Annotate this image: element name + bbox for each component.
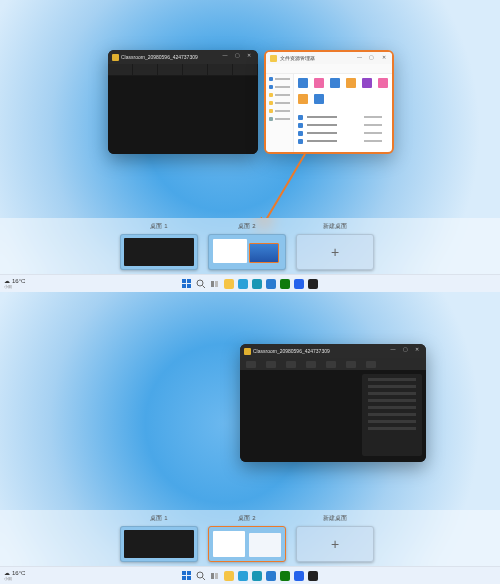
taskview-icon[interactable] — [210, 571, 220, 581]
edge-icon[interactable] — [238, 279, 248, 289]
maximize-button[interactable]: ▢ — [367, 54, 376, 63]
maximize-button[interactable]: ▢ — [232, 52, 242, 62]
file-tile[interactable] — [378, 78, 388, 88]
folder-icon — [270, 55, 277, 62]
window-titlebar[interactable]: 文件资源管理器 — ▢ ✕ — [266, 52, 392, 64]
desktop-thumbnail[interactable] — [120, 234, 198, 270]
file-tile[interactable] — [298, 78, 308, 88]
desktop-thumbnail[interactable] — [120, 526, 198, 562]
virtual-desktop-2[interactable]: 桌面 2 — [208, 514, 286, 562]
window-titlebar[interactable]: Classroom_20980596_424737309 — ▢ ✕ — [108, 50, 258, 64]
svg-rect-9 — [182, 571, 186, 575]
new-virtual-desktop[interactable]: 新建桌面 + — [296, 514, 374, 562]
file-tile[interactable] — [314, 78, 324, 88]
toolbar-button[interactable] — [326, 361, 336, 368]
xbox-icon[interactable] — [280, 571, 290, 581]
nav-item[interactable] — [275, 86, 290, 88]
explorer-file-area[interactable] — [294, 74, 392, 152]
steam-icon[interactable] — [308, 279, 318, 289]
classroom-tab[interactable] — [133, 64, 158, 76]
minimize-button[interactable]: — — [388, 346, 398, 356]
toolbar-button[interactable] — [266, 361, 276, 368]
new-desktop-thumbnail[interactable]: + — [296, 234, 374, 270]
steam-icon[interactable] — [308, 571, 318, 581]
weather-widget[interactable]: ☁16°C 小雨 — [4, 569, 25, 581]
search-icon[interactable] — [196, 279, 206, 289]
virtual-desktop-1[interactable]: 桌面 1 — [120, 222, 198, 270]
classroom-tab[interactable] — [183, 64, 208, 76]
explorer-icon[interactable] — [224, 279, 234, 289]
panel-item[interactable] — [368, 378, 416, 381]
close-button[interactable]: ✕ — [379, 54, 388, 63]
file-tile[interactable] — [346, 78, 356, 88]
minimize-button[interactable]: — — [220, 52, 230, 62]
classroom-toolbar[interactable] — [240, 358, 426, 370]
taskbar[interactable]: ☁16°C 小雨 — [0, 566, 500, 584]
file-tile[interactable] — [314, 94, 324, 104]
nav-item[interactable] — [275, 110, 290, 112]
start-icon[interactable] — [182, 279, 192, 289]
nav-item[interactable] — [275, 102, 290, 104]
file-tile[interactable] — [362, 78, 372, 88]
new-virtual-desktop[interactable]: 新建桌面 + — [296, 222, 374, 270]
toolbar-button[interactable] — [286, 361, 296, 368]
explorer-toolbar[interactable] — [266, 64, 392, 74]
vscode-icon[interactable] — [294, 571, 304, 581]
vscode-icon[interactable] — [294, 279, 304, 289]
panel-item[interactable] — [368, 399, 416, 402]
taskview-icon[interactable] — [210, 279, 220, 289]
classroom-tab[interactable] — [208, 64, 233, 76]
weather-widget[interactable]: ☁16°C 小雨 — [4, 277, 25, 289]
minimize-button[interactable]: — — [355, 54, 364, 63]
explorer-icon[interactable] — [224, 571, 234, 581]
classroom-tabstrip[interactable] — [108, 64, 258, 76]
classroom-tab[interactable] — [158, 64, 183, 76]
explorer-nav-pane[interactable] — [266, 74, 294, 152]
weather-temp: 16°C — [12, 570, 25, 576]
file-name[interactable] — [307, 116, 337, 118]
file-tile[interactable] — [298, 94, 308, 104]
desktop-thumbnail-selected[interactable] — [208, 526, 286, 562]
classroom-tab[interactable] — [108, 64, 133, 76]
store-icon[interactable] — [252, 571, 262, 581]
edge-icon[interactable] — [238, 571, 248, 581]
file-tile[interactable] — [330, 78, 340, 88]
mail-icon[interactable] — [266, 279, 276, 289]
toolbar-button[interactable] — [346, 361, 356, 368]
toolbar-button[interactable] — [366, 361, 376, 368]
desktop-thumbnail[interactable] — [208, 234, 286, 270]
nav-item[interactable] — [275, 78, 290, 80]
start-icon[interactable] — [182, 571, 192, 581]
mail-icon[interactable] — [266, 571, 276, 581]
file-name[interactable] — [307, 132, 337, 134]
new-desktop-thumbnail[interactable]: + — [296, 526, 374, 562]
panel-item[interactable] — [368, 406, 416, 409]
panel-item[interactable] — [368, 392, 416, 395]
nav-item[interactable] — [275, 118, 290, 120]
file-explorer-window[interactable]: 文件资源管理器 — ▢ ✕ — [264, 50, 394, 154]
search-icon[interactable] — [196, 571, 206, 581]
store-icon[interactable] — [252, 279, 262, 289]
panel-item[interactable] — [368, 413, 416, 416]
toolbar-button[interactable] — [246, 361, 256, 368]
close-button[interactable]: ✕ — [244, 52, 254, 62]
file-name[interactable] — [307, 124, 337, 126]
xbox-icon[interactable] — [280, 279, 290, 289]
virtual-desktop-1[interactable]: 桌面 1 — [120, 514, 198, 562]
classroom-window[interactable]: Classroom_20980596_424737309 — ▢ ✕ — [240, 344, 426, 462]
panel-item[interactable] — [368, 420, 416, 423]
panel-item[interactable] — [368, 385, 416, 388]
virtual-desktop-2[interactable]: 桌面 2 — [208, 222, 286, 270]
window-titlebar[interactable]: Classroom_20980596_424737309 — ▢ ✕ — [240, 344, 426, 358]
nav-item[interactable] — [275, 94, 290, 96]
file-name[interactable] — [307, 140, 337, 142]
classroom-window[interactable]: Classroom_20980596_424737309 — ▢ ✕ — [108, 50, 258, 154]
panel-item[interactable] — [368, 427, 416, 430]
classroom-tab[interactable] — [233, 64, 258, 76]
close-button[interactable]: ✕ — [412, 346, 422, 356]
classroom-side-panel[interactable] — [362, 374, 422, 456]
maximize-button[interactable]: ▢ — [400, 346, 410, 356]
window-title: 文件资源管理器 — [280, 55, 352, 61]
toolbar-button[interactable] — [306, 361, 316, 368]
taskbar[interactable]: ☁16°C 小雨 — [0, 274, 500, 292]
